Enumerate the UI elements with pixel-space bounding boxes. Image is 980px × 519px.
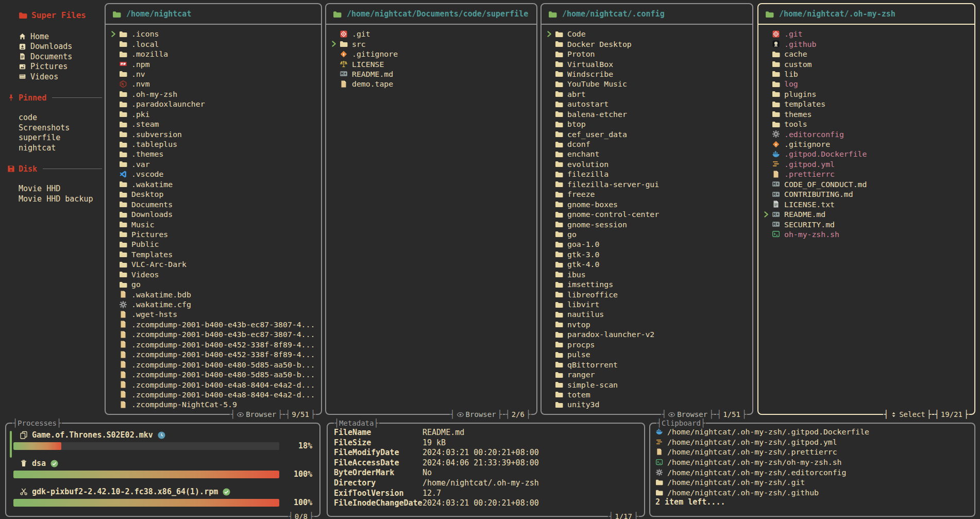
file-row[interactable]: gnome-session (542, 219, 752, 229)
file-row[interactable]: paradox-launcher-v2 (542, 329, 752, 339)
file-row[interactable]: .zcompdump-2001-b400-e4a8-8404-e4a2-d... (106, 390, 321, 399)
file-row[interactable]: gtk-4.0 (542, 259, 752, 269)
file-row[interactable]: .var (106, 159, 321, 169)
file-row[interactable]: .themes (106, 149, 321, 159)
file-row[interactable]: themes (758, 109, 974, 119)
file-row[interactable]: .editorconfig (758, 129, 974, 139)
file-row[interactable]: .github (758, 39, 974, 48)
file-row[interactable]: .nvm (106, 79, 321, 89)
file-row[interactable]: enchant (542, 149, 752, 159)
file-row[interactable]: .vscode (106, 169, 321, 179)
file-row[interactable]: gnome-boxes (542, 199, 752, 209)
file-row[interactable]: .zcompdump-2001-b400-e4a8-8404-e4a2-d... (106, 379, 321, 389)
file-list[interactable]: .icons.local.mozilla.npm.nv.nvm.oh-my-zs… (106, 25, 321, 413)
file-row[interactable]: .zcompdump-NightCat-5.9 (106, 399, 321, 409)
file-list[interactable]: CodeDocker DesktopProtonVirtualBoxWindsc… (542, 25, 752, 413)
file-row[interactable]: LICENSE.txt (758, 199, 974, 209)
sidebar-item-home[interactable]: Home (19, 31, 104, 42)
sidebar-item-pictures[interactable]: Pictures (19, 62, 104, 72)
file-list[interactable]: .gitsrc.gitignoreLICENSEREADME.mddemo.ta… (326, 25, 536, 413)
file-row[interactable]: .wakatime.bdb (106, 289, 321, 299)
file-row[interactable]: ranger (542, 370, 752, 379)
file-row[interactable]: .npm (106, 59, 321, 69)
file-row[interactable]: plugins (758, 89, 974, 99)
file-row[interactable]: Desktop (106, 189, 321, 199)
file-row[interactable]: Music (106, 219, 321, 229)
file-row[interactable]: libreoffice (542, 289, 752, 299)
pinned-item-screenshots[interactable]: Screenshots (19, 123, 104, 133)
file-row[interactable]: .zcompdump-2001-b400-e480-5d85-aa50-b... (106, 370, 321, 379)
file-row[interactable]: .gitignore (758, 139, 974, 149)
file-row[interactable]: nautilus (542, 309, 752, 319)
file-row[interactable]: filezilla (542, 169, 752, 179)
file-row[interactable]: autostart (542, 99, 752, 109)
file-row[interactable]: .git (326, 29, 536, 39)
file-row[interactable]: custom (758, 59, 974, 69)
file-row[interactable]: LICENSE (326, 59, 536, 69)
file-row[interactable]: Public (106, 239, 321, 249)
file-row[interactable]: .tableplus (106, 139, 321, 149)
file-row[interactable]: YouTube Music (542, 79, 752, 89)
file-row[interactable]: .icons (106, 29, 321, 39)
file-row[interactable]: procps (542, 340, 752, 349)
file-row[interactable]: .wakatime (106, 179, 321, 189)
file-row[interactable]: totem (542, 390, 752, 399)
file-row[interactable]: Templates (106, 249, 321, 259)
file-row[interactable]: .steam (106, 119, 321, 129)
file-row[interactable]: balena-etcher (542, 109, 752, 119)
file-row[interactable]: dconf (542, 139, 752, 149)
file-row[interactable]: .oh-my-zsh (106, 89, 321, 99)
disk-item-movie-hhd-backup[interactable]: Movie HHD backup (19, 194, 104, 204)
file-row[interactable]: .git (758, 29, 974, 39)
pinned-item-superfile[interactable]: superfile (19, 133, 104, 143)
file-row[interactable]: goa-1.0 (542, 239, 752, 249)
pinned-item-code[interactable]: code (19, 113, 104, 123)
file-row[interactable]: src (326, 39, 536, 48)
file-row[interactable]: .prettierrc (758, 169, 974, 179)
file-row[interactable]: nvtop (542, 320, 752, 329)
file-row[interactable]: gnome-control-center (542, 209, 752, 219)
file-row[interactable]: .zcompdump-2001-b400-e452-338f-8f89-4... (106, 340, 321, 349)
file-row[interactable]: .gitignore (326, 49, 536, 59)
file-row[interactable]: .paradoxlauncher (106, 99, 321, 109)
file-row[interactable]: cache (758, 49, 974, 59)
file-row[interactable]: demo.tape (326, 79, 536, 89)
file-row[interactable]: go (106, 279, 321, 289)
file-row[interactable]: Code (542, 29, 752, 39)
file-row[interactable]: .gitpod.Dockerfile (758, 149, 974, 159)
file-row[interactable]: .subversion (106, 129, 321, 139)
file-row[interactable]: .nv (106, 69, 321, 79)
file-row[interactable]: abrt (542, 89, 752, 99)
file-row[interactable]: lib (758, 69, 974, 79)
file-row[interactable]: .zcompdump-2001-b400-e43b-ec87-3807-4... (106, 329, 321, 339)
file-row[interactable]: imsettings (542, 279, 752, 289)
sidebar-item-downloads[interactable]: Downloads (19, 42, 104, 52)
file-row[interactable]: .mozilla (106, 49, 321, 59)
file-row[interactable]: README.md (326, 69, 536, 79)
file-row[interactable]: freeze (542, 189, 752, 199)
file-row[interactable]: log (758, 79, 974, 89)
file-row[interactable]: tools (758, 119, 974, 129)
file-row[interactable]: Pictures (106, 229, 321, 239)
file-row[interactable]: Downloads (106, 209, 321, 219)
file-row[interactable]: VLC-Arc-Dark (106, 259, 321, 269)
file-row[interactable]: btop (542, 119, 752, 129)
file-row[interactable]: .gitpod.yml (758, 159, 974, 169)
file-row[interactable]: README.md (758, 209, 974, 219)
file-row[interactable]: .zcompdump-2001-b400-e43b-ec87-3807-4... (106, 320, 321, 329)
file-row[interactable]: Docker Desktop (542, 39, 752, 48)
file-row[interactable]: unity3d (542, 399, 752, 409)
file-row[interactable]: CONTRIBUTING.md (758, 189, 974, 199)
file-row[interactable]: libvirt (542, 299, 752, 309)
file-row[interactable]: Windscribe (542, 69, 752, 79)
file-row[interactable]: VirtualBox (542, 59, 752, 69)
file-row[interactable]: qBittorrent (542, 359, 752, 369)
disk-item-movie-hhd[interactable]: Movie HHD (19, 184, 104, 194)
sidebar-item-videos[interactable]: Videos (19, 72, 104, 82)
file-row[interactable]: SECURITY.md (758, 219, 974, 229)
file-row[interactable]: evolution (542, 159, 752, 169)
sidebar-item-documents[interactable]: Documents (19, 52, 104, 62)
file-row[interactable]: .zcompdump-2001-b400-e452-338f-8f89-4... (106, 349, 321, 359)
file-row[interactable]: oh-my-zsh.sh (758, 229, 974, 239)
file-row[interactable]: Videos (106, 270, 321, 279)
